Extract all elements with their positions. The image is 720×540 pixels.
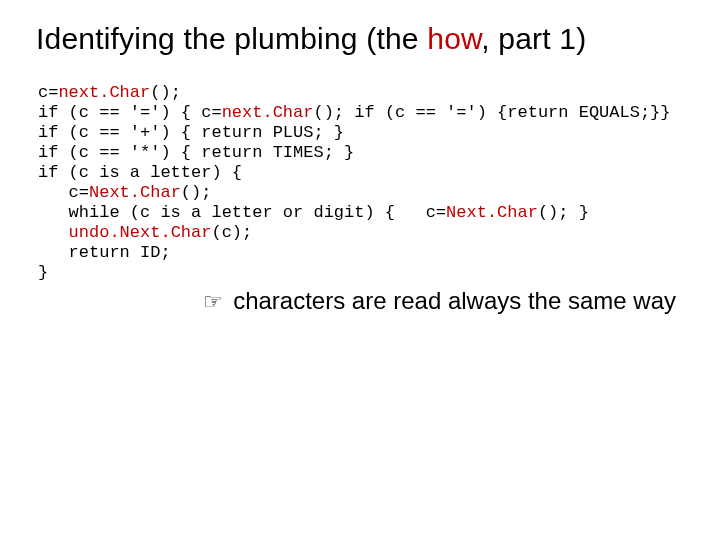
code-l3: if (c == '+') { return PLUS; } <box>38 123 344 142</box>
code-l1a: c= <box>38 83 58 102</box>
code-l6b: Next.Char <box>89 183 181 202</box>
title-post: , part 1) <box>481 22 586 55</box>
code-l2c: (); if (c == '=') {return EQUALS;}} <box>313 103 670 122</box>
code-l10: } <box>38 263 48 282</box>
code-l2a: if (c == '=') { c= <box>38 103 222 122</box>
footer-text: characters are read always the same way <box>233 287 676 315</box>
code-l8c: (c); <box>211 223 252 242</box>
code-l8a <box>38 223 69 242</box>
slide-title: Identifying the plumbing (the how, part … <box>36 22 684 57</box>
slide: Identifying the plumbing (the how, part … <box>0 0 720 540</box>
code-l6a: c= <box>38 183 89 202</box>
pointing-hand-icon: ☞ <box>203 289 223 315</box>
code-l1c: (); <box>150 83 181 102</box>
code-l6c: (); <box>181 183 212 202</box>
code-l7a: while (c is a letter or digit) { c= <box>38 203 446 222</box>
code-l1b: next.Char <box>58 83 150 102</box>
title-pre: Identifying the plumbing (the <box>36 22 427 55</box>
code-l9: return ID; <box>38 243 171 262</box>
code-l8b: undo.Next.Char <box>69 223 212 242</box>
code-l7c: (); } <box>538 203 589 222</box>
code-l7b: Next.Char <box>446 203 538 222</box>
code-block: c=next.Char(); if (c == '=') { c=next.Ch… <box>38 83 684 283</box>
code-l2b: next.Char <box>222 103 314 122</box>
code-l5: if (c is a letter) { <box>38 163 242 182</box>
code-l4: if (c == '*') { return TIMES; } <box>38 143 354 162</box>
footer-line: ☞ characters are read always the same wa… <box>36 287 684 315</box>
title-how: how <box>427 22 481 55</box>
